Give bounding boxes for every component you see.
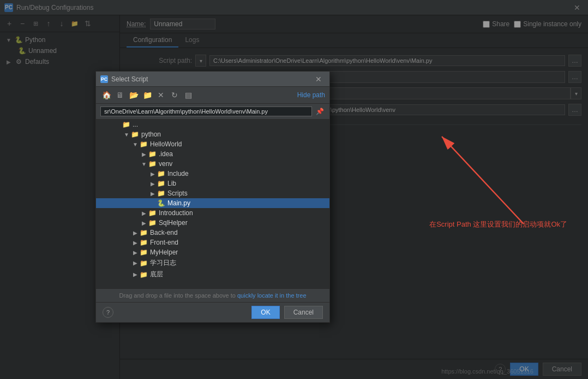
dialog-path-pin-button[interactable]: 📌 xyxy=(314,106,325,117)
dtree-item-mainpy[interactable]: 🐍 Main.py xyxy=(96,198,329,208)
select-script-dialog: PC Select Script ✕ 🏠 🖥 📂 📁 ✕ ↻ ▤ Hide pa… xyxy=(95,71,330,323)
dtree-item[interactable]: ▶ 📁 学习日志 xyxy=(96,257,329,269)
dialog-title-bar: PC Select Script ✕ xyxy=(96,72,329,87)
dialog-footer: ? OK Cancel xyxy=(96,303,329,322)
folder-icon: 📁 xyxy=(140,239,148,246)
dtree-arrow: ▶ xyxy=(140,151,148,157)
dialog-file-tree[interactable]: 📁 ... ▼ 📁 python ▼ 📁 HelloWorld ▶ � xyxy=(96,120,329,289)
dialog-title: Select Script xyxy=(111,75,312,83)
dtree-item[interactable]: ▼ 📁 HelloWorld xyxy=(96,139,329,149)
dtree-item[interactable]: ▶ 📁 Front-end xyxy=(96,238,329,247)
dtree-arrow: ▶ xyxy=(131,260,140,266)
dtree-arrow: ▶ xyxy=(131,250,140,256)
dtree-item[interactable]: ▶ 📁 SqlHelper xyxy=(96,218,329,228)
dtree-item[interactable]: ▶ 📁 .idea xyxy=(96,149,329,159)
folder-icon: 📁 xyxy=(140,140,148,148)
dialog-refresh-button[interactable]: ↻ xyxy=(169,89,181,101)
dtree-arrow: ▶ xyxy=(131,230,140,236)
folder-icon: 📁 xyxy=(157,170,165,177)
dtree-item[interactable]: ▶ 📁 Back-end xyxy=(96,228,329,238)
dtree-item[interactable]: ▶ 📁 Lib xyxy=(96,179,329,188)
folder-icon: 📁 xyxy=(157,190,165,197)
dtree-arrow: ▼ xyxy=(140,161,148,167)
dtree-arrow: ▶ xyxy=(131,271,140,277)
dtree-item[interactable]: ▶ 📁 Introduction xyxy=(96,208,329,218)
dtree-item[interactable]: ▼ 📁 venv xyxy=(96,159,329,169)
folder-icon: 📁 xyxy=(157,180,165,187)
dtree-item[interactable]: ▶ 📁 底层 xyxy=(96,269,329,280)
dialog-new-folder-button[interactable]: 📁 xyxy=(141,89,153,101)
dtree-item[interactable]: ▶ 📁 MyHelper xyxy=(96,247,329,257)
folder-icon: 📁 xyxy=(140,229,148,236)
folder-icon: 📁 xyxy=(122,121,130,128)
folder-icon: 📁 xyxy=(148,209,157,217)
file-icon: 🐍 xyxy=(157,199,165,207)
dtree-arrow: ▶ xyxy=(140,220,148,226)
dtree-arrow: ▶ xyxy=(148,191,157,197)
folder-icon: 📁 xyxy=(148,219,157,227)
dialog-tree-view-button[interactable]: ▤ xyxy=(182,89,194,101)
folder-icon: 📁 xyxy=(140,259,148,267)
folder-icon: 📁 xyxy=(148,150,157,158)
folder-icon: 📁 xyxy=(140,248,148,256)
dialog-desktop-button[interactable]: 🖥 xyxy=(114,89,126,101)
dtree-arrow: ▼ xyxy=(131,141,140,147)
dialog-delete-button[interactable]: ✕ xyxy=(155,89,167,101)
dialog-ok-button[interactable]: OK xyxy=(251,306,279,319)
dialog-toolbar: 🏠 🖥 📂 📁 ✕ ↻ ▤ Hide path xyxy=(96,87,329,104)
dialog-home-button[interactable]: 🏠 xyxy=(100,89,112,101)
dtree-item[interactable]: ▶ 📁 Include xyxy=(96,169,329,179)
dialog-folder-open-button[interactable]: 📂 xyxy=(128,89,140,101)
dtree-arrow: ▶ xyxy=(131,240,140,246)
dialog-path-input[interactable] xyxy=(100,106,312,116)
dialog-path-bar: 📌 xyxy=(96,104,329,120)
dialog-help-button[interactable]: ? xyxy=(103,307,113,318)
folder-icon: 📁 xyxy=(140,271,148,279)
dtree-arrow: ▶ xyxy=(140,210,148,216)
dtree-item[interactable]: ▶ 📁 Scripts xyxy=(96,188,329,198)
hide-path-button[interactable]: Hide path xyxy=(297,91,325,99)
dtree-arrow: ▼ xyxy=(122,132,131,138)
dialog-cancel-button[interactable]: Cancel xyxy=(284,306,323,319)
folder-icon: 📁 xyxy=(131,131,139,138)
dtree-arrow: ▶ xyxy=(148,171,157,177)
folder-icon: 📁 xyxy=(148,160,157,168)
hint-highlight: quickly locate it in the tree xyxy=(237,292,307,299)
dialog-hint: Drag and drop a file into the space abov… xyxy=(96,289,329,303)
dialog-close-button[interactable]: ✕ xyxy=(312,74,325,85)
dtree-item[interactable]: ▼ 📁 python xyxy=(96,129,329,139)
dialog-overlay: PC Select Script ✕ 🏠 🖥 📂 📁 ✕ ↻ ▤ Hide pa… xyxy=(0,0,588,379)
dialog-app-icon: PC xyxy=(100,75,108,83)
dtree-item[interactable]: 📁 ... xyxy=(96,120,329,129)
dtree-arrow: ▶ xyxy=(148,181,157,187)
